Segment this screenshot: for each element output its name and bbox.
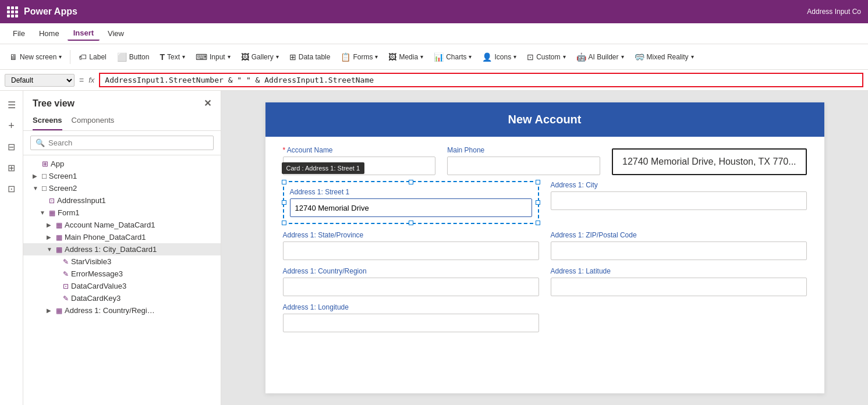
formula-select[interactable]: Default [5,74,75,87]
longitude-input[interactable] [283,314,539,332]
mixed-reality-button[interactable]: 🥽 Mixed Reality ▾ [630,50,699,64]
form1-label: Form1 [58,208,216,217]
app-title: Power Apps [24,6,77,17]
search-icon: 🔍 [36,138,45,147]
tree-item-app[interactable]: ⊞ App [23,158,221,170]
tree-item-datacard-value[interactable]: ⊡ DataCardValue3 [23,280,221,292]
canvas-area[interactable]: New Account * Account Name Main Phone 12… [221,91,868,405]
tree-item-address-input[interactable]: ⊡ AddressInput1 [23,194,221,207]
gallery-chevron: ▾ [276,54,279,60]
formula-input[interactable] [99,73,863,87]
main-phone-input[interactable] [447,157,600,175]
screen2-icon: □ [42,184,47,193]
handle-left [282,200,286,205]
plus-icon[interactable]: + [2,116,21,135]
label-button[interactable]: 🏷 Label [74,50,111,64]
country-card-chevron: ▶ [47,307,54,314]
datacard-value-label: DataCardValue3 [71,282,216,290]
city-input[interactable] [551,191,807,210]
city-card-icon: ▦ [56,246,62,254]
database-icon[interactable]: ⊟ [2,137,21,156]
country-lat-row: Address 1: Country/Region Address 1: Lat… [265,260,824,296]
tree-close-button[interactable]: ✕ [204,98,211,109]
new-screen-button[interactable]: 🖥 New screen ▾ [5,50,66,64]
menu-bar: File Home Insert View [0,23,868,44]
toolbar: 🖥 New screen ▾ 🏷 Label ⬜ Button T Text ▾… [0,44,868,70]
form-canvas: New Account * Account Name Main Phone 12… [265,102,824,393]
input-chevron: ▾ [228,54,231,60]
form-title: New Account [508,113,582,126]
form1-chevron: ▼ [40,209,47,216]
country-label: Address 1: Country/Region [283,267,539,275]
icons-chevron: ▾ [513,54,516,60]
zip-field: Address 1: ZIP/Postal Code [551,231,807,260]
state-input[interactable] [283,241,539,260]
tree-tabs: Screens Components [23,113,221,131]
address-card-selected[interactable]: Card : Address 1: Street 1 Address 1: St… [283,181,539,224]
country-input[interactable] [283,278,539,296]
phone-card-icon: ▦ [56,233,62,241]
new-screen-chevron: ▾ [59,54,62,60]
charts-icon: 📊 [434,52,444,62]
tree-item-screen2[interactable]: ▼ □ Screen2 [23,182,221,194]
charts-chevron: ▾ [469,54,472,60]
menu-view[interactable]: View [102,27,130,40]
waffle-icon[interactable] [7,6,18,17]
address-input-label: AddressInput1 [57,196,216,205]
street1-input[interactable] [290,198,532,217]
menu-insert[interactable]: Insert [68,26,100,41]
zip-input[interactable] [551,241,807,260]
tab-screens[interactable]: Screens [33,113,62,130]
var-icon[interactable]: ⊡ [2,179,21,198]
plugin-icon[interactable]: ⊞ [2,158,21,177]
custom-button[interactable]: ⊡ Custom ▾ [522,50,570,64]
input-button[interactable]: ⌨ Input ▾ [191,50,235,64]
app-label: App [51,159,216,168]
label-icon: 🏷 [79,52,87,62]
tree-item-star-visible[interactable]: ✎ StarVisible3 [23,255,221,268]
forms-button[interactable]: 📋 Forms ▾ [336,50,382,64]
menu-file[interactable]: File [7,27,31,40]
account-card-chevron: ▶ [47,222,54,228]
screen1-chevron: ▶ [33,173,40,179]
handle-top [409,180,413,184]
icons-button[interactable]: 👤 Icons ▾ [477,50,521,64]
preview-value: 12740 Memorial Drive, Houston, TX 770... [622,157,796,166]
tree-item-account-card[interactable]: ▶ ▦ Account Name_DataCard1 [23,219,221,231]
form-header: New Account [265,102,824,137]
mixed-reality-chevron: ▾ [691,54,694,60]
tree-view-panel: Tree view ✕ Screens Components 🔍 ⊞ App ▶… [23,91,221,405]
tab-components[interactable]: Components [72,113,115,130]
tree-item-phone-card[interactable]: ▶ ▦ Main Phone_DataCard1 [23,231,221,243]
screen2-chevron: ▼ [33,185,40,191]
tree-item-datacard-key[interactable]: ✎ DataCardKey3 [23,292,221,304]
datatable-button[interactable]: ⊞ Data table [285,50,335,64]
forms-icon: 📋 [341,52,350,62]
hamburger-icon[interactable]: ☰ [2,95,21,114]
handle-bottom-right [536,221,540,225]
tree-item-form1[interactable]: ▼ ▦ Form1 [23,207,221,219]
ai-builder-button[interactable]: 🤖 AI Builder ▾ [572,50,629,64]
tree-item-country-card[interactable]: ▶ ▦ Address 1: Country/Region_DataCar... [23,304,221,317]
state-field: Address 1: State/Province [283,231,539,260]
tree-item-error-message[interactable]: ✎ ErrorMessage3 [23,268,221,280]
side-icons: ☰ + ⊟ ⊞ ⊡ [0,91,23,405]
empty-field [551,303,807,332]
text-button[interactable]: T Text ▾ [155,50,190,64]
custom-icon: ⊡ [527,52,534,62]
separator [70,50,70,64]
tree-item-screen1[interactable]: ▶ □ Screen1 [23,170,221,182]
charts-button[interactable]: 📊 Charts ▾ [429,50,476,64]
country-card-icon: ▦ [56,307,62,315]
icons-icon: 👤 [482,52,492,62]
menu-home[interactable]: Home [33,27,65,40]
country-card-label: Address 1: Country/Region_DataCar... [65,306,158,315]
search-input[interactable] [48,138,208,147]
latitude-input[interactable] [551,278,807,296]
top-right-label: Address Input Co [807,8,861,16]
button-button[interactable]: ⬜ Button [112,50,154,64]
tree-item-city-card[interactable]: ▼ ▦ Address 1: City_DataCard1 [23,243,221,255]
gallery-button[interactable]: 🖼 Gallery ▾ [236,50,284,64]
city-card-label: Address 1: City_DataCard1 [65,245,216,254]
media-button[interactable]: 🖼 Media ▾ [384,50,428,64]
